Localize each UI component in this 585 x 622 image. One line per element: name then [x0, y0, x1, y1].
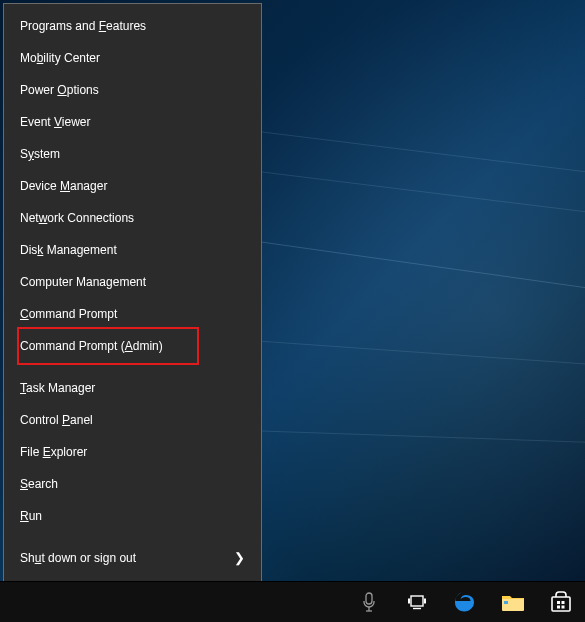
svg-rect-4: [408, 599, 410, 604]
cortana-mic-button[interactable]: [345, 582, 393, 622]
menu-item-label: Programs and Features: [20, 18, 146, 34]
menu-item-task-manager[interactable]: Task Manager: [4, 372, 261, 404]
menu-item-label: Device Manager: [20, 178, 107, 194]
menu-item-label: Run: [20, 508, 42, 524]
svg-rect-7: [504, 601, 508, 604]
menu-item-label: Control Panel: [20, 412, 93, 428]
menu-item-label: Search: [20, 476, 58, 492]
menu-item-run[interactable]: Run: [4, 500, 261, 532]
menu-item-control-panel[interactable]: Control Panel: [4, 404, 261, 436]
store-icon: [550, 591, 572, 613]
menu-item-shutdown-signout[interactable]: Shut down or sign out❯: [4, 542, 261, 574]
menu-item-label: Mobility Center: [20, 50, 100, 66]
menu-item-network-connections[interactable]: Network Connections: [4, 202, 261, 234]
svg-rect-3: [411, 596, 423, 606]
svg-rect-8: [552, 597, 570, 611]
taskbar: [0, 581, 585, 622]
menu-item-label: File Explorer: [20, 444, 87, 460]
svg-rect-12: [562, 606, 565, 609]
svg-rect-11: [557, 606, 560, 609]
menu-item-disk-management[interactable]: Disk Management: [4, 234, 261, 266]
menu-item-search[interactable]: Search: [4, 468, 261, 500]
file-explorer-button[interactable]: [489, 582, 537, 622]
edge-browser-button[interactable]: [441, 582, 489, 622]
folder-icon: [501, 592, 525, 612]
menu-item-mobility-center[interactable]: Mobility Center: [4, 42, 261, 74]
svg-rect-0: [366, 593, 372, 604]
svg-rect-9: [557, 601, 560, 604]
menu-item-label: Computer Management: [20, 274, 146, 290]
svg-rect-10: [562, 601, 565, 604]
store-button[interactable]: [537, 582, 585, 622]
menu-item-power-options[interactable]: Power Options: [4, 74, 261, 106]
menu-item-system[interactable]: System: [4, 138, 261, 170]
winx-power-menu[interactable]: Programs and FeaturesMobility CenterPowe…: [3, 3, 262, 612]
menu-item-label: Power Options: [20, 82, 99, 98]
menu-item-label: Command Prompt (Admin): [20, 338, 163, 354]
menu-item-command-prompt-admin[interactable]: Command Prompt (Admin): [4, 330, 261, 362]
task-view-button[interactable]: [393, 582, 441, 622]
menu-item-label: Event Viewer: [20, 114, 91, 130]
chevron-right-icon: ❯: [234, 550, 245, 566]
menu-item-label: Disk Management: [20, 242, 117, 258]
menu-item-label: Command Prompt: [20, 306, 117, 322]
svg-rect-5: [424, 599, 426, 604]
menu-item-programs-and-features[interactable]: Programs and Features: [4, 10, 261, 42]
menu-item-label: Shut down or sign out: [20, 550, 136, 566]
task-view-icon: [407, 594, 427, 610]
menu-item-label: Network Connections: [20, 210, 134, 226]
menu-item-label: Task Manager: [20, 380, 95, 396]
menu-item-command-prompt[interactable]: Command Prompt: [4, 298, 261, 330]
menu-item-computer-management[interactable]: Computer Management: [4, 266, 261, 298]
menu-item-file-explorer[interactable]: File Explorer: [4, 436, 261, 468]
menu-item-event-viewer[interactable]: Event Viewer: [4, 106, 261, 138]
microphone-icon: [361, 592, 377, 612]
menu-item-label: System: [20, 146, 60, 162]
menu-item-device-manager[interactable]: Device Manager: [4, 170, 261, 202]
edge-icon: [453, 590, 477, 614]
